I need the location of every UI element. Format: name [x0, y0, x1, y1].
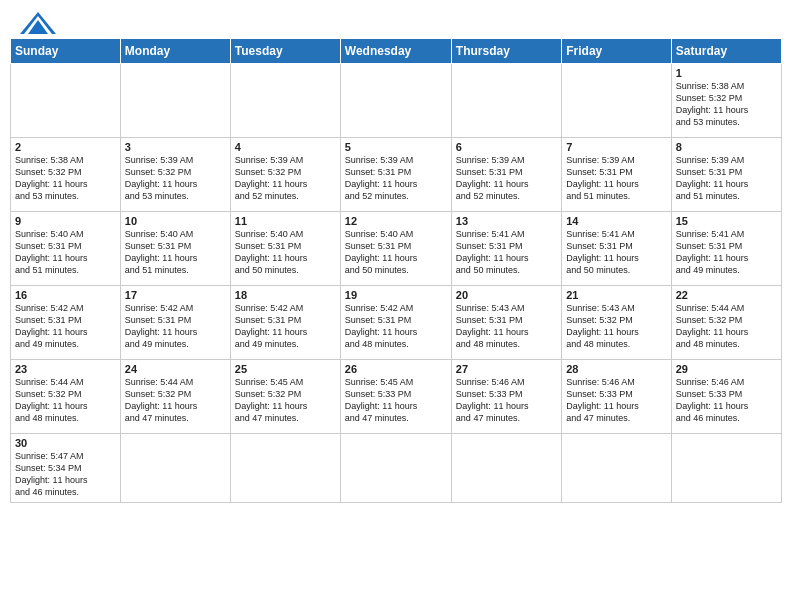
calendar-day-cell: 3Sunrise: 5:39 AM Sunset: 5:32 PM Daylig… [120, 138, 230, 212]
calendar-day-cell [451, 434, 561, 503]
day-number: 14 [566, 215, 666, 227]
calendar-day-cell: 14Sunrise: 5:41 AM Sunset: 5:31 PM Dayli… [562, 212, 671, 286]
calendar-day-cell: 24Sunrise: 5:44 AM Sunset: 5:32 PM Dayli… [120, 360, 230, 434]
calendar-day-header: Monday [120, 39, 230, 64]
day-info: Sunrise: 5:46 AM Sunset: 5:33 PM Dayligh… [676, 376, 777, 425]
calendar-day-cell [671, 434, 781, 503]
calendar-day-cell: 21Sunrise: 5:43 AM Sunset: 5:32 PM Dayli… [562, 286, 671, 360]
day-number: 15 [676, 215, 777, 227]
day-number: 11 [235, 215, 336, 227]
day-number: 7 [566, 141, 666, 153]
day-info: Sunrise: 5:42 AM Sunset: 5:31 PM Dayligh… [125, 302, 226, 351]
calendar-day-cell: 7Sunrise: 5:39 AM Sunset: 5:31 PM Daylig… [562, 138, 671, 212]
calendar-day-cell [451, 64, 561, 138]
calendar-day-cell [11, 64, 121, 138]
calendar-day-cell: 15Sunrise: 5:41 AM Sunset: 5:31 PM Dayli… [671, 212, 781, 286]
day-info: Sunrise: 5:40 AM Sunset: 5:31 PM Dayligh… [235, 228, 336, 277]
calendar-day-cell [120, 434, 230, 503]
calendar-day-header: Tuesday [230, 39, 340, 64]
day-info: Sunrise: 5:40 AM Sunset: 5:31 PM Dayligh… [15, 228, 116, 277]
calendar-day-cell: 25Sunrise: 5:45 AM Sunset: 5:32 PM Dayli… [230, 360, 340, 434]
day-info: Sunrise: 5:39 AM Sunset: 5:31 PM Dayligh… [676, 154, 777, 203]
calendar-day-cell: 27Sunrise: 5:46 AM Sunset: 5:33 PM Dayli… [451, 360, 561, 434]
calendar-day-cell: 9Sunrise: 5:40 AM Sunset: 5:31 PM Daylig… [11, 212, 121, 286]
calendar-week-row: 2Sunrise: 5:38 AM Sunset: 5:32 PM Daylig… [11, 138, 782, 212]
day-info: Sunrise: 5:40 AM Sunset: 5:31 PM Dayligh… [125, 228, 226, 277]
calendar-day-cell: 20Sunrise: 5:43 AM Sunset: 5:31 PM Dayli… [451, 286, 561, 360]
calendar-day-cell: 10Sunrise: 5:40 AM Sunset: 5:31 PM Dayli… [120, 212, 230, 286]
calendar-day-cell: 1Sunrise: 5:38 AM Sunset: 5:32 PM Daylig… [671, 64, 781, 138]
day-info: Sunrise: 5:39 AM Sunset: 5:31 PM Dayligh… [456, 154, 557, 203]
calendar-day-header: Saturday [671, 39, 781, 64]
day-info: Sunrise: 5:41 AM Sunset: 5:31 PM Dayligh… [456, 228, 557, 277]
day-info: Sunrise: 5:39 AM Sunset: 5:32 PM Dayligh… [235, 154, 336, 203]
calendar-day-cell: 6Sunrise: 5:39 AM Sunset: 5:31 PM Daylig… [451, 138, 561, 212]
calendar-week-row: 1Sunrise: 5:38 AM Sunset: 5:32 PM Daylig… [11, 64, 782, 138]
day-number: 19 [345, 289, 447, 301]
day-info: Sunrise: 5:41 AM Sunset: 5:31 PM Dayligh… [676, 228, 777, 277]
calendar-day-cell: 2Sunrise: 5:38 AM Sunset: 5:32 PM Daylig… [11, 138, 121, 212]
day-number: 4 [235, 141, 336, 153]
day-info: Sunrise: 5:45 AM Sunset: 5:32 PM Dayligh… [235, 376, 336, 425]
day-info: Sunrise: 5:39 AM Sunset: 5:31 PM Dayligh… [345, 154, 447, 203]
day-number: 6 [456, 141, 557, 153]
day-info: Sunrise: 5:41 AM Sunset: 5:31 PM Dayligh… [566, 228, 666, 277]
calendar-day-cell: 18Sunrise: 5:42 AM Sunset: 5:31 PM Dayli… [230, 286, 340, 360]
day-info: Sunrise: 5:44 AM Sunset: 5:32 PM Dayligh… [15, 376, 116, 425]
day-info: Sunrise: 5:43 AM Sunset: 5:32 PM Dayligh… [566, 302, 666, 351]
calendar-day-cell: 19Sunrise: 5:42 AM Sunset: 5:31 PM Dayli… [340, 286, 451, 360]
day-number: 25 [235, 363, 336, 375]
calendar-day-cell [340, 434, 451, 503]
day-info: Sunrise: 5:40 AM Sunset: 5:31 PM Dayligh… [345, 228, 447, 277]
calendar-day-header: Wednesday [340, 39, 451, 64]
calendar-week-row: 9Sunrise: 5:40 AM Sunset: 5:31 PM Daylig… [11, 212, 782, 286]
day-info: Sunrise: 5:39 AM Sunset: 5:32 PM Dayligh… [125, 154, 226, 203]
calendar-day-header: Friday [562, 39, 671, 64]
day-number: 23 [15, 363, 116, 375]
day-number: 24 [125, 363, 226, 375]
calendar-day-cell: 8Sunrise: 5:39 AM Sunset: 5:31 PM Daylig… [671, 138, 781, 212]
day-number: 16 [15, 289, 116, 301]
day-number: 10 [125, 215, 226, 227]
calendar-week-row: 23Sunrise: 5:44 AM Sunset: 5:32 PM Dayli… [11, 360, 782, 434]
day-number: 2 [15, 141, 116, 153]
day-number: 8 [676, 141, 777, 153]
calendar-day-cell [230, 434, 340, 503]
day-info: Sunrise: 5:46 AM Sunset: 5:33 PM Dayligh… [566, 376, 666, 425]
day-info: Sunrise: 5:45 AM Sunset: 5:33 PM Dayligh… [345, 376, 447, 425]
day-number: 9 [15, 215, 116, 227]
day-info: Sunrise: 5:38 AM Sunset: 5:32 PM Dayligh… [15, 154, 116, 203]
calendar-day-cell: 26Sunrise: 5:45 AM Sunset: 5:33 PM Dayli… [340, 360, 451, 434]
logo-area [20, 10, 56, 34]
day-number: 1 [676, 67, 777, 79]
calendar-day-cell: 30Sunrise: 5:47 AM Sunset: 5:34 PM Dayli… [11, 434, 121, 503]
calendar-day-cell: 12Sunrise: 5:40 AM Sunset: 5:31 PM Dayli… [340, 212, 451, 286]
day-info: Sunrise: 5:44 AM Sunset: 5:32 PM Dayligh… [676, 302, 777, 351]
calendar-day-cell: 5Sunrise: 5:39 AM Sunset: 5:31 PM Daylig… [340, 138, 451, 212]
day-number: 22 [676, 289, 777, 301]
calendar-day-cell: 22Sunrise: 5:44 AM Sunset: 5:32 PM Dayli… [671, 286, 781, 360]
calendar-day-cell: 11Sunrise: 5:40 AM Sunset: 5:31 PM Dayli… [230, 212, 340, 286]
calendar-day-cell: 16Sunrise: 5:42 AM Sunset: 5:31 PM Dayli… [11, 286, 121, 360]
calendar-week-row: 30Sunrise: 5:47 AM Sunset: 5:34 PM Dayli… [11, 434, 782, 503]
calendar-day-cell [120, 64, 230, 138]
day-number: 3 [125, 141, 226, 153]
day-info: Sunrise: 5:47 AM Sunset: 5:34 PM Dayligh… [15, 450, 116, 499]
day-info: Sunrise: 5:46 AM Sunset: 5:33 PM Dayligh… [456, 376, 557, 425]
day-number: 13 [456, 215, 557, 227]
day-number: 18 [235, 289, 336, 301]
calendar-day-cell: 29Sunrise: 5:46 AM Sunset: 5:33 PM Dayli… [671, 360, 781, 434]
day-number: 28 [566, 363, 666, 375]
calendar-header-row: SundayMondayTuesdayWednesdayThursdayFrid… [11, 39, 782, 64]
day-info: Sunrise: 5:39 AM Sunset: 5:31 PM Dayligh… [566, 154, 666, 203]
day-info: Sunrise: 5:43 AM Sunset: 5:31 PM Dayligh… [456, 302, 557, 351]
calendar-day-cell [340, 64, 451, 138]
day-number: 20 [456, 289, 557, 301]
calendar-day-cell: 17Sunrise: 5:42 AM Sunset: 5:31 PM Dayli… [120, 286, 230, 360]
calendar-day-cell [562, 64, 671, 138]
day-number: 12 [345, 215, 447, 227]
calendar-day-cell: 23Sunrise: 5:44 AM Sunset: 5:32 PM Dayli… [11, 360, 121, 434]
calendar-day-cell: 13Sunrise: 5:41 AM Sunset: 5:31 PM Dayli… [451, 212, 561, 286]
day-info: Sunrise: 5:42 AM Sunset: 5:31 PM Dayligh… [15, 302, 116, 351]
day-number: 17 [125, 289, 226, 301]
